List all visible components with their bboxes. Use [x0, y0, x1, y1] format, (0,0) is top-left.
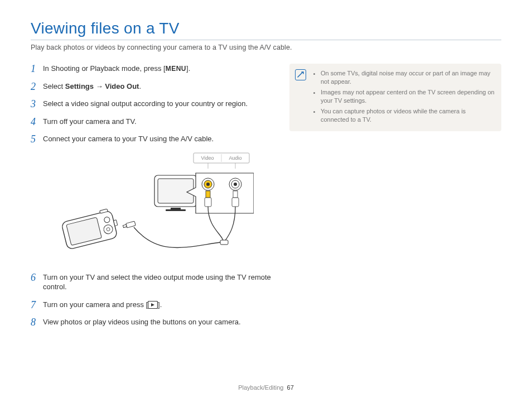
- step-number: 8: [31, 315, 36, 329]
- step-text-post: ].: [186, 64, 190, 73]
- step-text-post: ].: [158, 300, 162, 309]
- svg-rect-7: [166, 209, 186, 211]
- connection-diagram: Video Audio: [31, 152, 274, 264]
- step-number: 1: [31, 62, 36, 75]
- svg-rect-14: [206, 191, 210, 198]
- step-number: 3: [31, 97, 36, 111]
- svg-rect-15: [205, 198, 211, 207]
- title-rule: [31, 40, 501, 40]
- step-8: 8 View photos or play videos using the b…: [31, 317, 274, 327]
- steps-list-continued: 6 Turn on your TV and select the video o…: [31, 272, 274, 327]
- svg-point-10: [206, 183, 210, 186]
- page-number: 67: [287, 384, 294, 391]
- step-number: 6: [31, 271, 36, 284]
- step-text: In Shooting or Playback mode, press [: [43, 64, 166, 73]
- step-7: 7 Turn on your camera and press [].: [31, 300, 274, 310]
- step-text: Connect your camera to your TV using the…: [43, 135, 214, 143]
- step-text: View photos or play videos using the but…: [43, 318, 241, 326]
- svg-rect-17: [232, 198, 239, 207]
- step-2: 2 Select Settings → Video Out.: [31, 82, 274, 92]
- svg-point-13: [234, 183, 237, 186]
- step-text: Select a video signal output according t…: [43, 99, 248, 108]
- svg-rect-20: [123, 224, 127, 227]
- svg-rect-5: [158, 179, 194, 203]
- note-icon: [295, 69, 306, 80]
- step-3: 3 Select a video signal output according…: [31, 99, 274, 109]
- svg-rect-6: [171, 208, 181, 209]
- video-label: Video: [201, 155, 214, 161]
- note-item: Images may not appear centerd on the TV …: [321, 88, 495, 106]
- step-text: Turn on your TV and select the video out…: [43, 273, 271, 291]
- step-number: 2: [31, 80, 36, 93]
- video-out-label: Video Out: [105, 82, 139, 90]
- arrow: →: [94, 82, 105, 90]
- step-5: 5 Connect your camera to your TV using t…: [31, 134, 274, 144]
- step-text-post: .: [139, 82, 141, 90]
- note-box: On some TVs, digital noise may occur or …: [289, 64, 501, 131]
- step-number: 4: [31, 115, 36, 128]
- step-number: 7: [31, 298, 36, 312]
- step-number: 5: [31, 132, 36, 146]
- audio-label: Audio: [229, 155, 241, 161]
- page-footer: Playback/Editing 67: [0, 384, 532, 391]
- page-subtitle: Play back photos or videos by connecting…: [31, 44, 501, 51]
- svg-rect-18: [220, 240, 228, 245]
- steps-column: 1 In Shooting or Playback mode, press [M…: [31, 64, 274, 335]
- settings-label: Settings: [65, 82, 94, 90]
- svg-rect-16: [233, 191, 238, 198]
- note-item: On some TVs, digital noise may occur or …: [321, 69, 495, 87]
- step-6: 6 Turn on your TV and select the video o…: [31, 272, 274, 292]
- page-title: Viewing files on a TV: [31, 20, 501, 37]
- footer-section: Playback/Editing: [238, 384, 283, 391]
- svg-rect-19: [126, 221, 136, 228]
- steps-list: 1 In Shooting or Playback mode, press [M…: [31, 64, 274, 144]
- playback-icon: [148, 301, 158, 309]
- note-list: On some TVs, digital noise may occur or …: [312, 69, 495, 124]
- step-4: 4 Turn off your camera and TV.: [31, 117, 274, 127]
- step-text: Turn off your camera and TV.: [43, 117, 137, 126]
- step-text: Select: [43, 82, 65, 90]
- step-1: 1 In Shooting or Playback mode, press [M…: [31, 64, 274, 74]
- step-text: Turn on your camera and press [: [43, 300, 148, 309]
- note-item: You can capture photos or videos while t…: [321, 107, 495, 125]
- menu-button-label: MENU: [166, 65, 186, 73]
